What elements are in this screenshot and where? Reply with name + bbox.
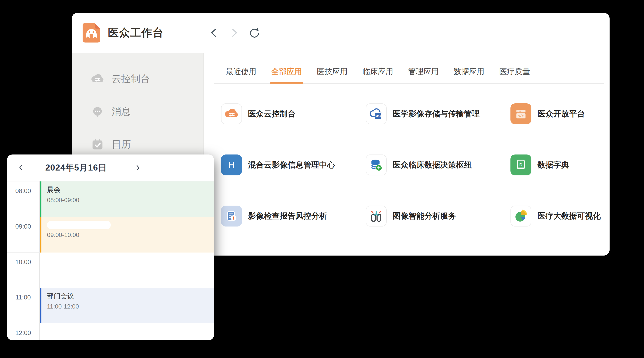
chevron-left-icon [209,27,220,38]
app-item-7[interactable]: ! 影像检查报告风控分析 [221,206,366,226]
time-label: 10:00 [7,253,40,270]
calendar-header: 2024年5月16日 [7,155,214,181]
app-item-1[interactable]: 医众云控制台 [221,103,366,124]
svg-text:Mos: Mos [376,115,381,118]
tab-7[interactable]: 医疗质量 [498,66,531,83]
time-label: 09:00 [7,217,40,252]
nav-controls [208,27,260,39]
calendar-slot-10:00: 10:00 [7,253,214,270]
calendar-day-view: 08:00 晨会08:00-09:00 09:00 09:00-10:00 10… [7,181,214,340]
slot-event-area[interactable] [40,253,214,270]
chevron-right-icon [134,164,142,172]
sidebar-item-1[interactable]: 云控制台 [72,62,203,95]
time-label [7,270,40,288]
calendar-prev-button[interactable] [16,163,26,173]
event-time-range: 11:00-12:00 [47,303,214,310]
app-item-9[interactable]: 医疗大数据可视化 [510,206,610,226]
calendar-check-icon [90,137,105,152]
app-title: 医众工作台 [108,25,164,40]
svg-text:!: ! [233,216,234,220]
app-label: 医众云控制台 [248,109,296,119]
slot-event-area[interactable]: 09:00-10:00 [40,217,214,252]
pie-chart-icon [510,206,532,226]
chevron-right-icon [229,27,240,38]
svg-text:H: H [228,160,235,170]
refresh-icon [248,27,260,38]
calendar-slot-09:00: 09:00 09:00-10:00 [7,217,214,253]
calendar-event[interactable]: 部门会议11:00-12:00 [40,288,214,323]
calendar-event[interactable]: 09:00-10:00 [40,217,214,253]
open-platform-icon: </> [510,103,532,124]
calendar-event[interactable]: 晨会08:00-09:00 [40,181,214,217]
calendar-date: 2024年5月16日 [26,162,126,174]
app-label: 影像检查报告风控分析 [248,211,327,221]
data-dictionary-icon: D [510,155,532,176]
app-label: 图像智能分析服务 [393,211,456,221]
lungs-icon [366,206,387,226]
app-item-8[interactable]: 图像智能分析服务 [366,206,510,226]
mas-cloud-icon: Mos [366,103,387,124]
main-content: 最近使用全部应用医技应用临床应用管理应用数据应用医疗质量 医众云控制台 Mos … [204,53,610,256]
calendar-slot-12:00: 12:00 [7,323,214,340]
event-time-range: 08:00-09:00 [47,196,214,204]
app-label: 混合云影像信息管理中心 [248,160,335,170]
chevron-left-icon [17,164,25,172]
cloud-console-icon [221,103,242,124]
sidebar-item-label: 日历 [112,138,131,151]
time-label: 11:00 [7,288,40,323]
calendar-next-button[interactable] [132,163,143,173]
app-item-2[interactable]: Mos 医学影像存储与传输管理 [366,103,510,124]
calendar-slot-11:00: 11:00 部门会议11:00-12:00 [7,288,214,323]
calendar-slot-08:00: 08:00 晨会08:00-09:00 [7,181,214,217]
app-label: 医众开放平台 [538,109,585,119]
app-item-6[interactable]: D 数据字典 [510,155,610,176]
event-title: 晨会 [47,185,214,194]
slot-event-area[interactable] [40,323,214,340]
desktop-canvas: { "colors":{ "accent":"#ed8f43", "accent… [0,0,644,358]
database-plus-icon [366,155,387,176]
app-label: 医众临床数据决策枢纽 [393,160,472,170]
h-letter-icon: H [221,155,242,176]
tab-5[interactable]: 管理应用 [407,66,440,83]
forward-button[interactable] [228,27,240,39]
event-title: 部门会议 [47,292,214,301]
app-label: 医疗大数据可视化 [538,211,601,221]
app-item-3[interactable]: </> 医众开放平台 [510,103,610,124]
report-risk-icon: ! [221,206,242,226]
event-time-range: 09:00-10:00 [47,231,214,239]
time-label: 08:00 [7,181,40,217]
calendar-slot-unlabeled [7,270,214,288]
tab-4[interactable]: 临床应用 [362,66,394,83]
app-item-4[interactable]: H 混合云影像信息管理中心 [221,155,366,176]
svg-text:D: D [519,162,522,167]
app-label: 医学影像存储与传输管理 [393,109,480,119]
app-logo-icon [82,23,100,42]
window-header: 医众工作台 [72,13,610,53]
tab-3[interactable]: 医技应用 [316,66,348,83]
slot-event-area[interactable]: 晨会08:00-09:00 [40,181,214,217]
slot-event-area[interactable] [40,270,214,288]
svg-text:</>: </> [518,114,524,118]
sidebar-item-label: 消息 [112,105,131,118]
tab-1[interactable]: 最近使用 [225,66,257,83]
tab-2[interactable]: 全部应用 [270,66,303,83]
app-label: 数据字典 [538,160,569,170]
app-item-5[interactable]: 医众临床数据决策枢纽 [366,155,510,176]
refresh-button[interactable] [248,27,260,39]
event-title-redacted [47,221,111,229]
sidebar-item-label: 云控制台 [112,72,150,85]
cloud-console-icon [90,72,105,86]
app-category-tabs: 最近使用全部应用医技应用临床应用管理应用数据应用医疗质量 [204,53,610,83]
tab-6[interactable]: 数据应用 [453,66,485,83]
time-label: 12:00 [7,323,40,340]
app-grid: 医众云控制台 Mos 医学影像存储与传输管理 </> 医众开放平台 H 混合云影… [204,103,610,226]
back-button[interactable] [208,27,220,39]
messages-icon [90,105,105,119]
sidebar-item-2[interactable]: 消息 [72,95,203,128]
slot-event-area[interactable]: 部门会议11:00-12:00 [40,288,214,323]
calendar-panel: 2024年5月16日 08:00 晨会08:00-09:00 09:00 09:… [7,155,214,340]
